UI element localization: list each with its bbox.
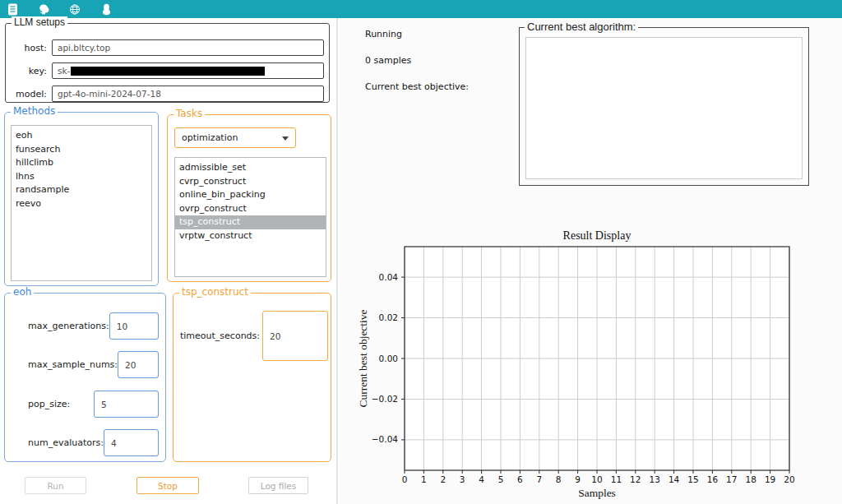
eoh-params-title: eoh [11,286,34,298]
tasks-frame: Tasks optimization admissible_set cvrp_c… [167,114,331,282]
svg-text:0.00: 0.00 [379,354,398,363]
max-sample-nums-input[interactable]: 20 [118,351,159,378]
task-item-online-bin-packing[interactable]: online_bin_packing [175,188,326,202]
docs-icon[interactable] [7,3,18,16]
svg-text:0.04: 0.04 [379,272,399,282]
llm-setups-title: LLM setups [12,16,67,28]
current-best-algorithm-title: Current best algorithm: [525,21,638,33]
svg-text:13: 13 [650,474,660,484]
task-item-ovrp-construct[interactable]: ovrp_construct [175,202,326,216]
num-evaluators-input[interactable]: 4 [104,429,159,456]
method-item-lhns[interactable]: lhns [12,170,151,184]
method-item-randsample[interactable]: randsample [12,183,151,197]
methods-frame: Methods eoh funsearch hillclimb lhns ran… [4,112,159,286]
task-item-admissible-set[interactable]: admissible_set [175,161,326,175]
current-best-objective-label: Current best objective: [365,81,469,92]
svg-text:Result Display: Result Display [563,229,632,242]
task-params-frame: tsp_construct timeout_seconds: 20 [173,293,331,462]
chevron-down-icon [282,136,289,141]
svg-text:0: 0 [402,474,408,484]
num-evaluators-row: num_evaluators: 4 [28,429,159,456]
pop-size-input[interactable]: 5 [94,391,159,418]
key-value: sk- [58,66,70,76]
svg-text:Current best objective: Current best objective [357,309,369,407]
svg-text:16: 16 [707,474,719,484]
stop-button[interactable]: Stop [136,477,199,494]
current-best-algorithm-frame: Current best algorithm: [519,27,809,186]
svg-text:9: 9 [575,474,581,484]
svg-text:−0.02: −0.02 [372,394,398,404]
methods-title: Methods [11,105,58,117]
svg-text:11: 11 [611,474,622,484]
samples-count-label: 0 samples [365,55,411,66]
task-type-value: optimization [182,132,238,143]
svg-text:4: 4 [479,474,484,484]
github-icon[interactable] [38,3,49,16]
model-row: model: gpt-4o-mini-2024-07-18 [9,86,324,102]
svg-text:20: 20 [784,474,794,484]
redaction-bar [71,67,265,76]
svg-text:19: 19 [765,474,775,484]
key-label: key: [9,66,47,76]
svg-text:15: 15 [687,474,698,484]
result-display-chart: 012345678910111213141516171819200.040.02… [356,224,838,500]
results-panel: Running 0 samples Current best objective… [340,18,842,504]
eoh-params-frame: eoh max_generations: 10 max_sample_nums:… [4,293,166,462]
run-button[interactable]: Run [25,477,86,494]
llm-setups-frame: LLM setups host: api.bltcy.top key: sk- … [5,23,330,103]
svg-text:7: 7 [536,474,542,484]
host-label: host: [9,43,47,53]
max-generations-row: max_generations: 10 [28,312,159,340]
svg-text:2: 2 [440,474,446,484]
pop-size-row: pop_size: 5 [28,391,159,418]
svg-text:5: 5 [498,474,504,484]
max-sample-nums-row: max_sample_nums: 20 [28,351,159,378]
timeout-seconds-label: timeout_seconds: [180,331,260,341]
timeout-seconds-input[interactable]: 20 [262,311,328,361]
pop-size-label: pop_size: [28,399,70,409]
tasks-listbox: admissible_set cvrp_construct online_bin… [174,157,326,277]
model-input[interactable]: gpt-4o-mini-2024-07-18 [52,86,324,102]
config-panel: LLM setups host: api.bltcy.top key: sk- … [0,18,338,504]
methods-listbox: eoh funsearch hillclimb lhns randsample … [11,125,152,281]
task-item-cvrp-construct[interactable]: cvrp_construct [175,175,326,189]
log-files-button[interactable]: Log files [248,477,308,494]
key-row: key: sk- [9,62,324,79]
svg-text:10: 10 [591,474,602,484]
max-generations-input[interactable]: 10 [109,312,159,340]
max-generations-label: max_generations: [28,321,109,331]
top-toolbar [0,0,842,18]
host-row: host: api.bltcy.top [9,39,324,56]
method-item-eoh[interactable]: eoh [12,129,151,143]
tasks-title: Tasks [173,108,205,119]
qq-icon[interactable] [100,3,112,16]
task-type-dropdown[interactable]: optimization [174,127,296,148]
method-item-reevo[interactable]: reevo [12,197,151,211]
key-input[interactable]: sk- [52,62,324,79]
svg-text:−0.04: −0.04 [372,434,398,444]
model-label: model: [9,89,47,99]
svg-text:8: 8 [556,474,562,484]
task-item-tsp-construct[interactable]: tsp_construct [175,215,326,229]
task-item-vrptw-construct[interactable]: vrptw_construct [175,229,326,243]
current-best-algorithm-textarea[interactable] [525,37,803,179]
svg-text:12: 12 [630,474,641,484]
run-state-label: Running [365,29,402,39]
svg-text:6: 6 [517,474,523,484]
svg-text:Samples: Samples [578,487,616,499]
host-input[interactable]: api.bltcy.top [52,39,324,56]
svg-text:1: 1 [421,474,427,484]
max-sample-nums-label: max_sample_nums: [28,359,118,370]
svg-text:18: 18 [746,474,756,484]
task-params-title: tsp_construct [179,286,251,298]
website-icon[interactable] [69,3,81,16]
method-item-funsearch[interactable]: funsearch [12,143,151,157]
num-evaluators-label: num_evaluators: [28,437,104,448]
svg-text:3: 3 [460,474,465,484]
svg-text:0.02: 0.02 [379,312,398,322]
timeout-seconds-row: timeout_seconds: 20 [180,311,328,361]
svg-text:17: 17 [726,474,737,484]
method-item-hillclimb[interactable]: hillclimb [12,156,151,170]
svg-text:14: 14 [669,474,680,484]
